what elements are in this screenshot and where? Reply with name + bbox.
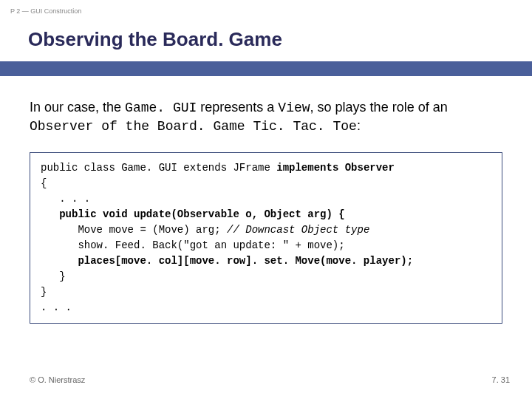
code-l5b: // Downcast Object type — [227, 224, 369, 236]
content-area: In our case, the Game. GUI represents a … — [0, 76, 532, 324]
code-l4: public void update(Observable o, Object … — [41, 208, 345, 220]
code-l3: . . . — [41, 193, 90, 205]
code-l2: { — [41, 177, 47, 189]
code-l7: places[move. col][move. row]. set. Move(… — [41, 255, 413, 267]
intro-c3: Observer of the Board. Game Tic. Tac. To… — [30, 119, 357, 134]
intro-t2: represents a — [197, 100, 278, 115]
intro-t1: In our case, the — [30, 100, 125, 115]
code-block: public class Game. GUI extends JFrame im… — [30, 152, 502, 324]
code-l10: . . . — [41, 301, 72, 313]
code-l6: show. Feed. Back("got an update: " + mov… — [41, 239, 345, 251]
code-l5a: Move move = (Move) arg; — [41, 224, 227, 236]
intro-text: In our case, the Game. GUI represents a … — [30, 98, 502, 136]
intro-t3: , so plays the role of an — [310, 100, 448, 115]
code-l1a: public class Game. GUI extends JFrame — [41, 162, 276, 174]
breadcrumb: P 2 — GUI Construction — [0, 0, 532, 15]
page-title: Observing the Board. Game — [0, 15, 532, 61]
code-l8: } — [41, 270, 66, 282]
intro-c1: Game. GUI — [125, 100, 197, 115]
code-l9: } — [41, 286, 47, 298]
footer-page-number: 7. 31 — [492, 375, 510, 384]
intro-c2: View — [278, 100, 310, 115]
footer-copyright: © O. Nierstrasz — [30, 375, 85, 384]
divider-bar — [0, 61, 532, 76]
code-l1b: implements Observer — [276, 162, 395, 174]
intro-t4: : — [357, 118, 361, 133]
